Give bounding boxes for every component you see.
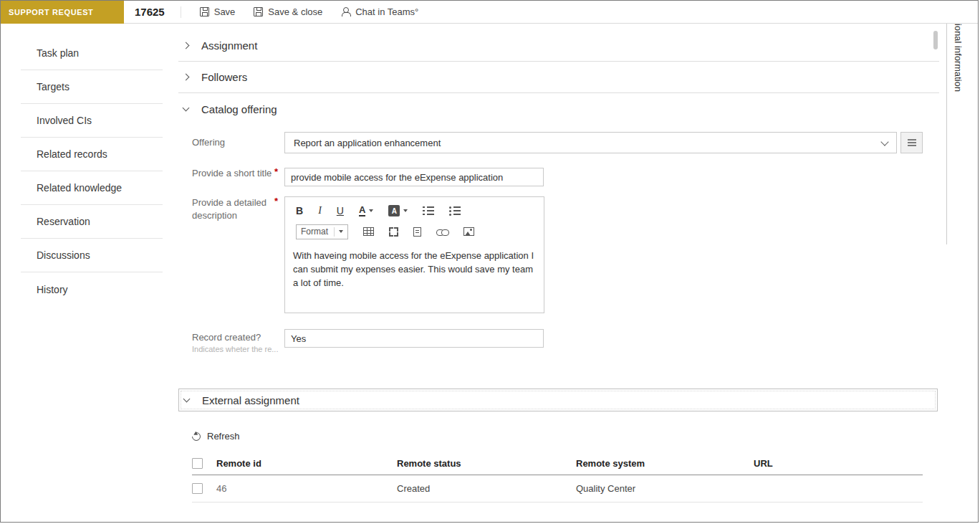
offering-browse-button[interactable] <box>900 132 923 153</box>
table-row[interactable]: 46 Created Quality Center <box>192 475 923 502</box>
rich-text-editor: B I U A A Forma <box>284 196 544 313</box>
section-header-external-assignment[interactable]: External assignment <box>178 389 938 411</box>
sidebar-item-related-records[interactable]: Related records <box>21 138 163 171</box>
maximize-icon <box>389 227 398 237</box>
table-header-row: Remote id Remote status Remote system UR… <box>192 452 923 475</box>
person-icon <box>341 7 350 16</box>
main-content: Assignment Followers Catalog offering Of… <box>178 24 939 523</box>
highlight-color-button[interactable]: A <box>388 205 408 216</box>
format-dropdown[interactable]: Format <box>296 224 348 239</box>
document-icon <box>413 227 421 237</box>
cell-remote-id: 46 <box>216 483 397 494</box>
refresh-icon <box>191 430 203 442</box>
top-toolbar: SUPPORT REQUEST 17625 Save Save & close … <box>1 1 978 24</box>
section-header-followers[interactable]: Followers <box>178 62 939 93</box>
select-all-checkbox[interactable] <box>192 458 203 469</box>
editor-toolbar-row-1: B I U A A <box>285 197 544 219</box>
refresh-button-label: Refresh <box>207 431 240 442</box>
section-title: Assignment <box>201 39 257 52</box>
sidebar-item-related-knowledge[interactable]: Related knowledge <box>21 171 163 205</box>
highlight-icon: A <box>388 205 400 216</box>
sidebar-item-involved-cis[interactable]: Involved CIs <box>21 104 163 138</box>
font-color-button[interactable]: A <box>359 205 373 216</box>
caret-down-icon <box>369 209 373 212</box>
row-checkbox[interactable] <box>192 483 203 494</box>
save-button-label: Save <box>214 6 236 17</box>
offering-dropdown[interactable]: Report an application enhancement <box>284 132 897 153</box>
left-sidebar: Task plan Targets Involved CIs Related r… <box>1 24 178 306</box>
italic-button[interactable]: I <box>318 205 322 216</box>
section-header-catalog-offering[interactable]: Catalog offering <box>178 93 939 125</box>
column-header-url: URL <box>754 458 923 469</box>
format-dropdown-divider <box>334 227 335 237</box>
chevron-down-icon <box>183 395 191 402</box>
ordered-list-icon <box>423 206 434 215</box>
insert-image-button[interactable] <box>463 227 474 236</box>
short-title-input[interactable] <box>284 168 544 186</box>
ordered-list-button[interactable] <box>423 206 434 215</box>
sidebar-item-label: Related knowledge <box>37 182 122 194</box>
bullet-list-button[interactable] <box>449 206 461 215</box>
sidebar-item-label: Involved CIs <box>37 115 92 126</box>
column-header-remote-system: Remote system <box>576 458 754 469</box>
bold-button[interactable]: B <box>296 205 303 216</box>
font-color-icon: A <box>359 205 365 216</box>
table-icon <box>363 227 374 236</box>
sidebar-item-label: Task plan <box>37 47 79 59</box>
save-close-icon <box>254 7 263 16</box>
save-button[interactable]: Save <box>200 6 236 17</box>
required-asterisk: * <box>274 196 278 206</box>
chevron-right-icon <box>183 74 190 81</box>
sidebar-item-discussions[interactable]: Discussions <box>21 239 163 272</box>
record-id: 17625 <box>135 6 165 18</box>
chat-in-teams-button[interactable]: Chat in Teams° <box>341 6 418 17</box>
sidebar-item-label: Reservation <box>37 216 90 227</box>
section-title: Catalog offering <box>201 103 277 115</box>
sidebar-item-reservation[interactable]: Reservation <box>21 205 163 239</box>
list-icon <box>908 139 916 140</box>
right-panel-rail: ional information <box>946 24 978 523</box>
record-type-badge: SUPPORT REQUEST <box>1 1 124 24</box>
offering-label: Offering <box>192 136 272 149</box>
save-close-button[interactable]: Save & close <box>254 6 322 17</box>
image-icon <box>463 227 474 236</box>
cell-remote-system: Quality Center <box>576 483 754 494</box>
sidebar-item-history[interactable]: History <box>21 272 163 306</box>
sidebar-item-label: Discussions <box>37 249 90 261</box>
chevron-down-icon <box>183 104 190 111</box>
record-created-input[interactable] <box>284 329 544 348</box>
required-asterisk: * <box>274 166 278 177</box>
sidebar-item-label: Related records <box>37 148 107 160</box>
sidebar-item-task-plan[interactable]: Task plan <box>21 37 163 70</box>
insert-template-button[interactable] <box>413 227 421 237</box>
record-created-hint: Indicates wheter the re... <box>192 345 279 353</box>
maximize-button[interactable] <box>389 227 398 237</box>
description-text-area[interactable]: With haveing mobile access for the eExpe… <box>285 240 544 300</box>
refresh-button[interactable]: Refresh <box>192 431 240 442</box>
section-title: Followers <box>201 71 247 83</box>
bullet-list-icon <box>449 206 461 215</box>
external-assignment-table: Remote id Remote status Remote system UR… <box>192 452 923 502</box>
section-title: External assignment <box>202 394 299 406</box>
description-label: Provide a detailed description <box>192 196 272 221</box>
section-header-assignment[interactable]: Assignment <box>178 30 939 62</box>
chevron-down-icon <box>880 138 888 146</box>
link-icon <box>436 229 448 235</box>
sidebar-item-targets[interactable]: Targets <box>21 70 163 104</box>
save-icon <box>200 7 209 16</box>
toolbar-divider <box>181 6 181 18</box>
chevron-right-icon <box>183 42 190 49</box>
vertical-scrollbar-thumb[interactable] <box>933 31 938 49</box>
insert-table-button[interactable] <box>363 227 374 236</box>
underline-button[interactable]: U <box>337 205 344 216</box>
sidebar-item-label: Targets <box>37 81 69 92</box>
insert-link-button[interactable] <box>436 229 448 235</box>
app-window: SUPPORT REQUEST 17625 Save Save & close … <box>0 0 979 523</box>
caret-down-icon <box>339 230 343 233</box>
format-dropdown-value: Format <box>301 227 328 237</box>
record-created-label: Record created? <box>192 331 272 344</box>
chat-button-label: Chat in Teams° <box>355 6 418 17</box>
save-close-button-label: Save & close <box>268 6 322 17</box>
right-panel-border <box>946 24 947 244</box>
additional-information-tab[interactable]: ional information <box>953 24 963 92</box>
